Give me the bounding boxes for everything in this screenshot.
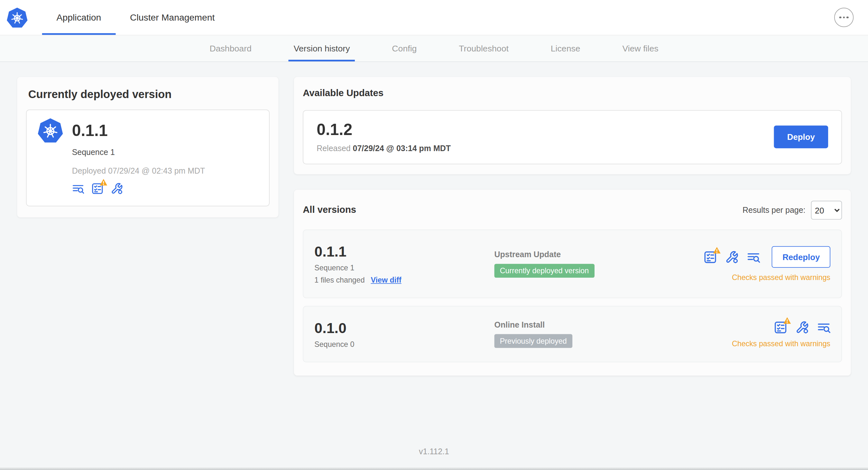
version-source-block: Upstream Update Currently deployed versi… — [494, 250, 704, 278]
tab-config[interactable]: Config — [390, 35, 418, 61]
version-actions: Redeploy — [704, 246, 830, 268]
results-per-page: Results per page: 20 — [743, 201, 842, 220]
deployed-version-panel: 0.1.1 Sequence 1 Deployed 07/29/24 @ 02:… — [26, 110, 270, 206]
kubernetes-logo — [7, 7, 28, 28]
preflight-checks-button[interactable] — [704, 250, 717, 264]
release-notes-logs-icon[interactable] — [817, 321, 830, 334]
app-subnav: Dashboard Version history Config Trouble… — [0, 35, 868, 62]
all-versions-card: All versions Results per page: 20 0.1.1 … — [294, 190, 851, 375]
release-notes-logs-icon[interactable] — [72, 182, 84, 195]
tab-cluster-management[interactable]: Cluster Management — [116, 0, 229, 35]
status-badge: Currently deployed version — [494, 264, 594, 278]
tab-dashboard-label: Dashboard — [210, 43, 251, 54]
warning-triangle-icon — [100, 179, 107, 186]
config-wrench-icon[interactable] — [796, 321, 809, 334]
tab-troubleshoot-label: Troubleshoot — [459, 43, 509, 54]
app-footer: v1.112.1 — [0, 447, 868, 470]
version-info: 0.1.0 Sequence 0 — [314, 320, 494, 348]
top-navbar: Application Cluster Management — [0, 0, 868, 35]
update-released-line: Released 07/29/24 @ 03:14 pm MDT — [317, 144, 451, 153]
version-actions-block: Redeploy Checks passed with warnings — [704, 246, 830, 281]
console-version: v1.112.1 — [419, 447, 449, 456]
available-update-info: 0.1.2 Released 07/29/24 @ 03:14 pm MDT — [317, 121, 451, 153]
deploy-button[interactable]: Deploy — [774, 125, 828, 148]
warning-triangle-icon — [713, 246, 721, 254]
version-actions-block: Checks passed with warnings — [732, 321, 830, 347]
config-wrench-icon[interactable] — [725, 250, 739, 264]
redeploy-button[interactable]: Redeploy — [772, 246, 830, 268]
checks-status-text: Checks passed with warnings — [732, 273, 830, 281]
more-options-button[interactable] — [834, 8, 854, 27]
version-row: 0.1.0 Sequence 0 Online Install Previous… — [303, 306, 842, 363]
available-updates-title: Available Updates — [303, 88, 842, 99]
checks-status-text: Checks passed with warnings — [732, 339, 830, 348]
config-wrench-icon[interactable] — [111, 182, 123, 195]
deployed-timestamp: Deployed 07/29/24 @ 02:43 pm MDT — [72, 167, 258, 175]
update-version-number: 0.1.2 — [317, 121, 451, 139]
tab-application-label: Application — [57, 12, 101, 23]
released-label: Released — [317, 144, 350, 153]
preflight-checks-button[interactable] — [91, 182, 103, 195]
files-changed-line: 1 files changed View diff — [314, 276, 494, 284]
tab-version-history[interactable]: Version history — [292, 35, 351, 61]
release-notes-logs-icon[interactable] — [747, 250, 760, 264]
released-date: 07/29/24 @ 03:14 pm MDT — [353, 144, 451, 153]
deployed-version-number: 0.1.1 — [72, 122, 258, 140]
version-source: Online Install — [494, 320, 732, 329]
currently-deployed-card: Currently deployed version 0.1.1 Sequenc… — [17, 77, 278, 217]
tab-license[interactable]: License — [549, 35, 582, 61]
preflight-checks-button[interactable] — [774, 321, 787, 334]
tab-dashboard[interactable]: Dashboard — [208, 35, 253, 61]
results-per-page-label: Results per page: — [743, 206, 806, 215]
available-updates-card: Available Updates 0.1.2 Released 07/29/2… — [294, 77, 851, 174]
tab-view-files-label: View files — [622, 43, 658, 54]
tab-config-label: Config — [392, 43, 416, 54]
tab-license-label: License — [551, 43, 580, 54]
version-number: 0.1.0 — [314, 320, 494, 337]
kubernetes-app-icon — [38, 118, 63, 143]
deployed-sequence: Sequence 1 — [72, 147, 258, 157]
main-content: Currently deployed version 0.1.1 Sequenc… — [0, 62, 868, 376]
window-bottom-edge — [0, 467, 868, 470]
tab-troubleshoot[interactable]: Troubleshoot — [457, 35, 510, 61]
version-row: 0.1.1 Sequence 1 1 files changed View di… — [303, 230, 842, 298]
version-sequence: Sequence 1 — [314, 264, 494, 272]
version-number: 0.1.1 — [314, 243, 494, 260]
version-source: Upstream Update — [494, 250, 704, 259]
more-options-icon — [839, 16, 848, 18]
results-per-page-select[interactable]: 20 — [811, 201, 842, 220]
warning-triangle-icon — [783, 317, 791, 324]
available-update-row: 0.1.2 Released 07/29/24 @ 03:14 pm MDT D… — [303, 110, 842, 164]
tab-cluster-management-label: Cluster Management — [130, 12, 215, 23]
status-badge: Previously deployed — [494, 334, 572, 348]
version-info: 0.1.1 Sequence 1 1 files changed View di… — [314, 243, 494, 284]
tab-view-files[interactable]: View files — [621, 35, 660, 61]
all-versions-header: All versions Results per page: 20 — [303, 201, 842, 220]
currently-deployed-title: Currently deployed version — [28, 88, 267, 101]
files-changed-count: 1 files changed — [314, 276, 365, 284]
right-column: Available Updates 0.1.2 Released 07/29/2… — [294, 77, 851, 375]
app-window: Application Cluster Management Dashboard… — [0, 0, 868, 470]
version-actions — [774, 321, 830, 334]
version-source-block: Online Install Previously deployed — [494, 320, 732, 348]
all-versions-title: All versions — [303, 205, 356, 216]
view-diff-link[interactable]: View diff — [371, 276, 402, 284]
tab-application[interactable]: Application — [42, 0, 116, 35]
version-sequence: Sequence 0 — [314, 340, 494, 348]
tab-version-history-label: Version history — [294, 43, 350, 54]
deployed-version-actions — [72, 182, 258, 195]
